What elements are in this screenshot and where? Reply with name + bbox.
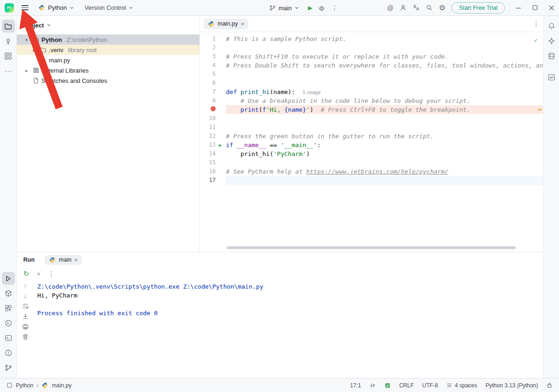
- gutter-line[interactable]: 6: [200, 79, 226, 88]
- rerun-button[interactable]: ↻: [23, 270, 29, 278]
- search-icon[interactable]: [426, 4, 433, 11]
- horizontal-scrollbar[interactable]: [227, 246, 516, 249]
- more-actions-button[interactable]: ⋮: [331, 5, 338, 11]
- gutter-line[interactable]: 16: [200, 167, 226, 176]
- gutter-line[interactable]: 11: [200, 123, 226, 132]
- more-tool-windows-button[interactable]: ⋯: [2, 64, 15, 77]
- gutter-line[interactable]: 14: [200, 149, 226, 158]
- notifications-button[interactable]: [545, 20, 558, 33]
- minimize-button[interactable]: [516, 5, 521, 11]
- chevron-right-icon[interactable]: ▸: [23, 68, 30, 73]
- debug-button[interactable]: [318, 5, 325, 12]
- gutter-line[interactable]: 3: [200, 52, 226, 61]
- run-more-options-icon[interactable]: ⋮: [48, 270, 55, 277]
- project-tool-button[interactable]: [2, 20, 15, 33]
- structure-tool-button[interactable]: [2, 49, 15, 62]
- start-free-trial-button[interactable]: Start Free Trial: [451, 2, 505, 14]
- code-line[interactable]: [226, 176, 543, 185]
- python-console-tool-button[interactable]: [2, 317, 15, 330]
- inspections-widget-icon[interactable]: [384, 382, 391, 389]
- stop-button[interactable]: ■: [37, 271, 41, 277]
- up-stack-trace-button[interactable]: ↑: [24, 282, 27, 289]
- interpreter-widget[interactable]: Python 3.13 (Python): [485, 382, 538, 389]
- services-tool-button[interactable]: [2, 302, 15, 315]
- gutter-line[interactable]: 8: [200, 96, 226, 105]
- down-stack-trace-button[interactable]: ↓: [24, 292, 27, 299]
- run-tab-close-icon[interactable]: ×: [74, 257, 78, 263]
- tree-item-external-libraries[interactable]: ▸External Libraries: [17, 65, 199, 75]
- settings-gear-icon[interactable]: ⚙: [439, 4, 445, 12]
- sync-icon[interactable]: [369, 382, 376, 389]
- code-line[interactable]: # This is a sample Python script.: [226, 34, 543, 43]
- tree-item--venv[interactable]: ▸.venvlibrary root: [17, 45, 199, 55]
- gutter-line[interactable]: 2: [200, 43, 226, 52]
- run-tool-button[interactable]: [2, 272, 15, 285]
- code-line[interactable]: # Press the green button in the gutter t…: [226, 132, 543, 141]
- code-with-me-icon[interactable]: [400, 4, 407, 11]
- caret-position-widget[interactable]: 17:1: [350, 382, 361, 389]
- code-line[interactable]: [226, 158, 543, 167]
- project-panel-header[interactable]: Project: [17, 16, 199, 34]
- problems-tool-button[interactable]: [2, 346, 15, 359]
- run-gutter-icon[interactable]: ▶: [216, 141, 225, 149]
- code-line[interactable]: # See PyCharm help at https://www.jetbra…: [226, 167, 543, 176]
- database-button[interactable]: [545, 49, 558, 62]
- code-line[interactable]: print_hi('PyCharm'): [226, 149, 543, 158]
- gutter-line[interactable]: [200, 105, 226, 114]
- code-line[interactable]: if __name__ == '__main__':: [226, 141, 543, 149]
- gutter-line[interactable]: 12: [200, 132, 226, 141]
- gutter-line[interactable]: 4: [200, 61, 226, 70]
- project-widget[interactable]: Python: [35, 3, 77, 13]
- gutter-line[interactable]: 13▶: [200, 141, 226, 149]
- code-line[interactable]: print(f'Hi, {name}') # Press Ctrl+F8 to …: [226, 105, 543, 114]
- python-packages-tool-button[interactable]: [2, 287, 15, 300]
- tab-main-py[interactable]: main.py ×: [204, 19, 248, 29]
- commit-tool-button[interactable]: [2, 34, 15, 47]
- gutter-line[interactable]: 10: [200, 114, 226, 123]
- branch-widget[interactable]: main: [266, 3, 302, 13]
- lock-icon[interactable]: [546, 382, 552, 388]
- breadcrumb-project[interactable]: Python: [16, 382, 33, 389]
- code-line[interactable]: [226, 70, 543, 79]
- ai-assistant-button[interactable]: [545, 34, 558, 47]
- run-button[interactable]: ▶: [308, 5, 312, 11]
- gutter-line[interactable]: 1: [200, 34, 226, 43]
- encoding-widget[interactable]: UTF-8: [422, 382, 438, 389]
- line-separator-widget[interactable]: CRLF: [399, 382, 414, 389]
- scroll-to-end-button[interactable]: [22, 313, 29, 320]
- code-line[interactable]: [226, 79, 543, 88]
- version-control-tool-button[interactable]: [2, 361, 15, 374]
- run-tab-main[interactable]: main ×: [45, 255, 82, 265]
- chevron-right-icon[interactable]: ▸: [31, 47, 37, 53]
- soft-wrap-button[interactable]: [22, 303, 29, 310]
- breadcrumb-file[interactable]: main.py: [52, 382, 71, 389]
- code-line[interactable]: [226, 123, 543, 132]
- translate-icon[interactable]: [413, 4, 420, 11]
- breakpoint-dot[interactable]: [211, 106, 216, 111]
- tree-item-main-py[interactable]: main.py: [17, 55, 199, 65]
- code-line[interactable]: [226, 43, 543, 52]
- sciview-button[interactable]: [545, 71, 558, 84]
- version-control-widget[interactable]: Version Control: [82, 3, 136, 13]
- maximize-button[interactable]: [532, 5, 538, 10]
- chevron-down-icon[interactable]: ▾: [23, 37, 30, 42]
- print-button[interactable]: [22, 323, 29, 330]
- indent-widget[interactable]: 4 spaces: [446, 382, 477, 389]
- tab-close-icon[interactable]: ×: [241, 21, 245, 27]
- close-window-button[interactable]: [549, 5, 554, 11]
- code-line[interactable]: [226, 114, 543, 123]
- main-menu-button[interactable]: [19, 2, 31, 14]
- gutter-line[interactable]: 17: [200, 176, 226, 185]
- tab-options-icon[interactable]: ⋮: [533, 20, 539, 27]
- gutter-line[interactable]: 15: [200, 158, 226, 167]
- code-line[interactable]: # Press Double Shift to search everywher…: [226, 61, 543, 70]
- code-line[interactable]: # Use a breakpoint in the code line belo…: [226, 96, 543, 105]
- gutter-line[interactable]: 5: [200, 70, 226, 79]
- code-line[interactable]: # Press Shift+F10 to execute it or repla…: [226, 52, 543, 61]
- tree-item-python[interactable]: ▾PythonZ:\code\Python: [17, 34, 199, 45]
- mentions-icon[interactable]: @: [387, 5, 394, 11]
- tree-item-scratches-and-consoles[interactable]: Scratches and Consoles: [17, 75, 199, 86]
- clear-console-button[interactable]: [22, 333, 29, 340]
- terminal-tool-button[interactable]: [2, 331, 15, 345]
- inspections-ok-icon[interactable]: ✓: [534, 36, 538, 45]
